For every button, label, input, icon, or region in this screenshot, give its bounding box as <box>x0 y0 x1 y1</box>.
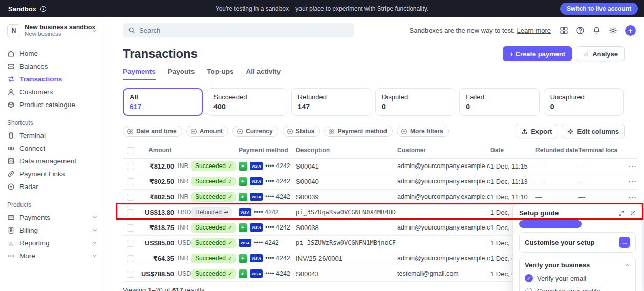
tab-payouts[interactable]: Payouts <box>168 68 195 80</box>
filter-pill-more-filters[interactable]: More filters <box>397 126 449 137</box>
notifications-bell-icon[interactable] <box>592 26 601 35</box>
description: S00038 <box>296 224 397 232</box>
chevron-down-icon <box>92 214 98 220</box>
summary-card-uncaptured[interactable]: Uncaptured0 <box>544 88 624 116</box>
analyse-button[interactable]: Analyse <box>576 46 625 61</box>
search-input[interactable]: Search <box>123 23 354 37</box>
tab-top-ups[interactable]: Top-ups <box>207 68 233 80</box>
info-icon[interactable] <box>40 6 47 12</box>
sidebar-item-payments[interactable]: Payments <box>0 211 105 224</box>
settings-gear-icon[interactable] <box>609 26 617 35</box>
account-switcher[interactable]: N New business sandbox New business <box>0 17 105 42</box>
filter-pill-currency[interactable]: Currency <box>232 126 278 137</box>
switch-to-live-button[interactable]: Switch to live account <box>560 3 638 15</box>
close-icon[interactable] <box>630 210 636 216</box>
create-payment-button[interactable]: + Create payment <box>503 46 572 61</box>
payment-app-icon: ▶ <box>239 254 247 263</box>
filter-pill-date-and-time[interactable]: Date and time <box>123 126 182 137</box>
export-icon <box>521 128 528 135</box>
learn-more-link[interactable]: Learn more <box>517 27 551 34</box>
sidebar-item-more[interactable]: More <box>0 250 105 262</box>
database-icon <box>7 157 15 165</box>
plus-circle-icon <box>190 128 197 135</box>
tab-all-activity[interactable]: All activity <box>246 68 281 80</box>
page-title: Transactions <box>123 47 198 61</box>
table-row[interactable]: ₹802.50INRSucceeded✓▶VISA•••• 4242S00039… <box>123 190 637 205</box>
summary-cards: All617Succeeded400Refunded147Disputed0Fa… <box>123 88 624 116</box>
row-checkbox[interactable] <box>127 271 134 278</box>
row-actions-button[interactable]: ··· <box>621 162 637 170</box>
account-avatar: N <box>7 24 20 37</box>
edit-columns-button[interactable]: Edit columns <box>562 124 625 138</box>
sidebar-item-payment-links[interactable]: Payment Links <box>0 168 105 180</box>
expand-icon[interactable] <box>618 210 625 216</box>
customise-setup-item[interactable]: Customise your setup → <box>519 232 636 253</box>
sidebar-item-product-catalogue[interactable]: Product catalogue <box>0 98 105 111</box>
currency: USD <box>178 239 191 246</box>
link-icon <box>7 170 15 178</box>
summary-card-refunded[interactable]: Refunded147 <box>291 88 371 116</box>
table-row[interactable]: ₹812.00INRSucceeded✓▶VISA•••• 4242S00041… <box>123 159 637 174</box>
sidebar-item-billing[interactable]: Billing <box>0 224 105 237</box>
date: 1 Dec, 11:13 <box>490 178 535 185</box>
row-checkbox[interactable] <box>127 194 134 201</box>
arrow-right-button[interactable]: → <box>619 237 630 248</box>
sidebar-item-balances[interactable]: Balances <box>0 60 105 73</box>
row-checkbox[interactable] <box>127 178 134 185</box>
payment-method: ▶VISA•••• 4242 <box>239 162 296 171</box>
sidebar-item-radar[interactable]: Radar <box>0 180 105 193</box>
row-checkbox[interactable] <box>127 240 134 247</box>
status-badge: Succeeded✓ <box>191 177 236 186</box>
plus-circle-icon <box>237 128 243 135</box>
visa-icon: VISA <box>250 269 263 278</box>
table-row[interactable]: ₹802.50INRSucceeded✓▶VISA•••• 4242S00040… <box>123 174 637 190</box>
sidebar-item-customers[interactable]: Customers <box>0 86 105 98</box>
task-verify-email[interactable]: ✓ Verify your email <box>525 274 630 282</box>
row-checkbox[interactable] <box>127 224 134 232</box>
setup-partial-button[interactable] <box>519 220 582 228</box>
status-badge: Succeeded✓ <box>191 238 236 248</box>
task-complete-profile[interactable]: Complete your profile <box>525 287 630 291</box>
filter-pill-amount[interactable]: Amount <box>186 126 228 137</box>
tab-payments[interactable]: Payments <box>123 68 156 80</box>
status-badge: Succeeded✓ <box>191 161 236 171</box>
summary-card-succeeded[interactable]: Succeeded400 <box>207 88 287 116</box>
row-checkbox[interactable] <box>127 163 134 170</box>
refunded-date: — <box>535 178 578 185</box>
verify-business-header[interactable]: Verify your business <box>525 261 630 269</box>
card-icon <box>7 214 15 221</box>
row-checkbox[interactable] <box>127 255 134 262</box>
main-header: Search Sandboxes are the new way to test… <box>105 17 644 43</box>
payment-method: ▶VISA•••• 4242 <box>239 254 296 263</box>
amount: US$85.00 <box>140 239 174 247</box>
create-plus-button[interactable]: + <box>625 25 636 36</box>
card-digits: •••• 4242 <box>265 224 290 231</box>
sidebar-item-connect[interactable]: Connect <box>0 142 105 155</box>
sidebar-item-terminal[interactable]: Terminal <box>0 129 105 142</box>
visa-icon: VISA <box>250 223 263 232</box>
plus-circle-icon <box>127 128 134 135</box>
row-actions-button[interactable]: ··· <box>621 193 637 201</box>
sidebar-item-home[interactable]: Home <box>0 47 105 60</box>
summary-card-failed[interactable]: Failed0 <box>459 88 539 116</box>
row-actions-button[interactable]: ··· <box>621 178 637 185</box>
chevron-up-icon[interactable] <box>624 262 630 268</box>
sandboxes-grid-icon[interactable] <box>560 26 568 35</box>
sidebar-item-reporting[interactable]: Reporting <box>0 237 105 250</box>
row-checkbox[interactable] <box>127 209 134 216</box>
column-header: Refunded date <box>535 147 578 154</box>
sidebar-item-transactions[interactable]: Transactions <box>0 73 105 86</box>
export-button[interactable]: Export <box>516 124 557 138</box>
select-all-checkbox[interactable] <box>127 147 134 154</box>
currency: INR <box>178 224 189 231</box>
terminal-location: — <box>578 162 621 170</box>
card-digits: •••• 4242 <box>265 193 290 200</box>
payment-method: ▶VISA•••• 4242 <box>239 223 296 232</box>
summary-card-all[interactable]: All617 <box>123 88 203 116</box>
transactions-icon <box>7 75 15 83</box>
filter-pill-status[interactable]: Status <box>283 126 320 137</box>
sidebar-item-data-management[interactable]: Data management <box>0 155 105 168</box>
filter-pill-payment-method[interactable]: Payment method <box>324 126 393 137</box>
help-icon[interactable] <box>576 26 585 35</box>
summary-card-disputed[interactable]: Disputed0 <box>375 88 455 116</box>
